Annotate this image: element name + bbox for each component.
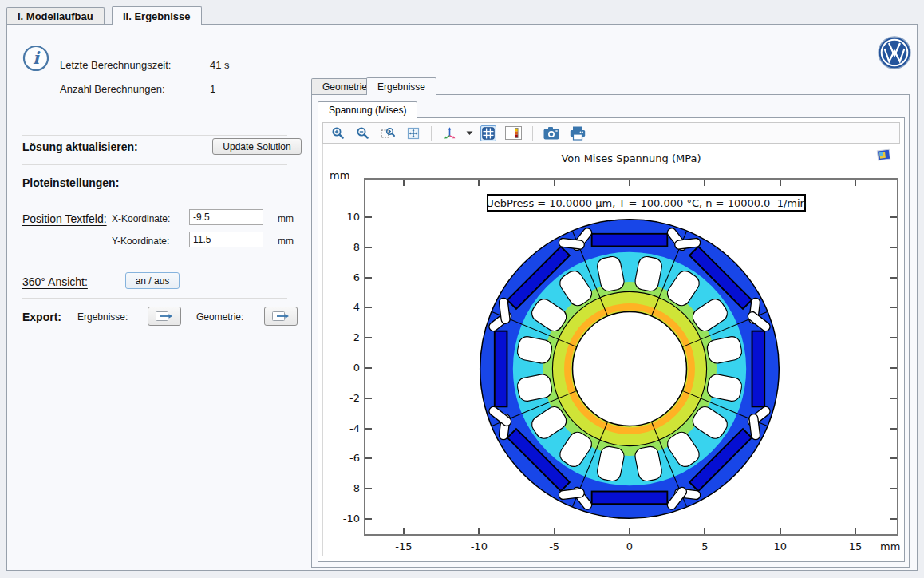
last-computation-label: Letzte Berechnungszeit: [60, 59, 171, 71]
x-axis-tick-label: 10 [764, 540, 796, 552]
x-axis-tick [554, 528, 555, 534]
y-axis-tick-label: -10 [323, 513, 360, 525]
export-geometry-label: Geometrie: [196, 311, 243, 323]
y-axis-tick [365, 277, 372, 279]
export-icon [272, 310, 290, 323]
export-heading: Export: [22, 311, 61, 323]
x-coordinate-input[interactable] [189, 209, 263, 225]
update-solution-button[interactable]: Update Solution [212, 138, 302, 155]
y-axis-tick-label: 10 [323, 211, 360, 223]
computation-count-label: Anzahl Berechnungen: [60, 83, 165, 95]
tab-modellaufbau[interactable]: I. Modellaufbau [6, 7, 105, 24]
chevron-down-icon[interactable] [466, 130, 473, 136]
tab-ergebnisse[interactable]: II. Ergebnisse [112, 6, 202, 25]
x-axis-tick-label: -10 [463, 540, 495, 552]
y-axis-tick [890, 247, 897, 248]
x-axis-tick [554, 180, 555, 186]
y-axis-tick [365, 398, 372, 399]
zoom-box-button[interactable] [379, 125, 397, 142]
y-axis-unit-label: mm [330, 169, 349, 181]
y-axis-tick-label: 8 [323, 241, 360, 253]
tab-geometrie-label: Geometrie [322, 81, 367, 93]
x-axis-tick [780, 528, 781, 534]
y-axis-tick [365, 428, 372, 430]
graphics-canvas[interactable]: Von Mises Spannung (MPa) mm -15-10-50510… [322, 144, 898, 556]
color-legend-button[interactable] [503, 125, 523, 141]
x-axis-tick [855, 528, 856, 534]
print-button[interactable] [568, 125, 587, 142]
tab-results[interactable]: Ergebnisse [366, 77, 436, 95]
info-icon: i [22, 45, 49, 72]
x-axis-tick [780, 180, 781, 186]
plot-title: Von Mises Spannung (MPa) [364, 152, 898, 164]
x-axis-tick [629, 528, 630, 534]
y-axis-tick [890, 337, 897, 338]
zoom-box-icon [381, 126, 396, 141]
zoom-in-button[interactable] [330, 125, 347, 142]
export-results-button[interactable] [148, 307, 181, 326]
plot-annotation-box: UebPress = 10.0000 µm, T = 100.000 °C, n… [487, 194, 806, 212]
tab-modellaufbau-label: I. Modellaufbau [18, 10, 93, 22]
x-axis-tick-label: 5 [689, 540, 721, 552]
x-axis-tick-label: 0 [614, 540, 646, 552]
y-coordinate-input[interactable] [189, 232, 263, 247]
export-icon [156, 310, 173, 323]
x-axis-tick [704, 180, 705, 186]
zoom-out-icon [356, 126, 370, 141]
printer-icon [570, 126, 586, 141]
y-axis-tick [890, 488, 897, 489]
zoom-extents-button[interactable] [405, 125, 422, 142]
export-results-label: Ergebnisse: [77, 311, 128, 323]
toolbar-separator [431, 126, 432, 141]
y-axis-tick-label: 4 [323, 301, 360, 313]
y-axis-tick [890, 367, 897, 369]
y-axis-tick [890, 398, 897, 399]
y-axis-tick-label: -2 [323, 392, 360, 404]
x-unit-label: mm [278, 213, 294, 224]
computation-count-value: 1 [210, 83, 215, 95]
y-axis-tick [365, 247, 372, 248]
update-solution-label: Lösung aktualisieren: [22, 141, 138, 153]
y-axis-tick [890, 457, 897, 459]
y-axis-tick [890, 307, 897, 308]
vw-logo-icon [878, 36, 911, 69]
y-axis-tick-label: 6 [323, 271, 360, 283]
x-coordinate-label: X-Koordinate: [112, 213, 170, 224]
view-orientation-button[interactable] [440, 124, 459, 142]
tab-spannung-mises-label: Spannung (Mises) [329, 105, 406, 116]
plot-settings-heading: Ploteinstellungen: [22, 176, 119, 189]
toolbar-separator [532, 126, 533, 141]
grid-toggle-button[interactable] [480, 125, 496, 141]
y-axis-tick [365, 488, 372, 489]
view-orientation-icon [442, 125, 457, 141]
divider [22, 298, 287, 299]
y-coordinate-label: Y-Koordinate: [112, 236, 169, 247]
y-axis-tick [365, 216, 372, 218]
zoom-out-button[interactable] [354, 125, 372, 142]
toggle-360-button[interactable]: an / aus [125, 272, 180, 289]
y-axis-tick [890, 216, 897, 218]
x-axis-tick [855, 180, 856, 186]
view-360-label: 360° Ansicht: [22, 275, 88, 288]
snapshot-button[interactable] [542, 125, 561, 141]
x-axis-tick [704, 528, 705, 534]
x-axis-unit-label: mm [880, 540, 904, 552]
x-axis-tick [403, 528, 405, 534]
color-legend-icon [505, 126, 522, 140]
tab-results-label: Ergebnisse [377, 81, 425, 93]
tab-spannung-mises[interactable]: Spannung (Mises) [318, 101, 417, 118]
plot-toolbar [322, 122, 900, 144]
last-computation-value: 41 s [210, 59, 230, 71]
export-geometry-button[interactable] [264, 307, 298, 326]
zoom-in-icon [331, 126, 346, 141]
y-axis-tick [365, 457, 372, 459]
x-axis-tick-label: -5 [539, 540, 571, 552]
x-axis-tick-label: 15 [839, 540, 871, 552]
position-textfield-label: Position Textfeld: [22, 212, 107, 225]
y-axis-tick [890, 428, 897, 430]
camera-icon [543, 126, 559, 140]
x-axis-tick [629, 180, 630, 186]
y-unit-label: mm [278, 236, 294, 247]
y-axis-tick-label: -6 [323, 452, 360, 464]
y-axis-tick [890, 518, 897, 520]
